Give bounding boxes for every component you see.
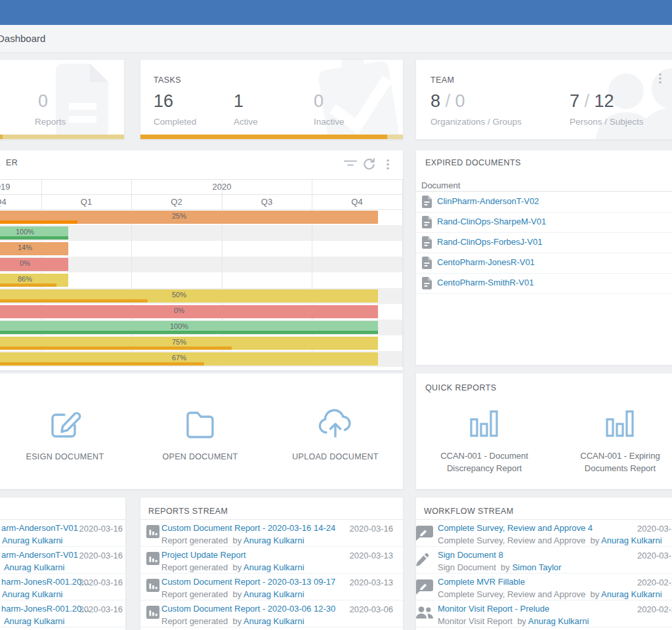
documents-stream-panel: arm-AndersonT-V01Anurag Kulkarni2020-03-…	[0, 497, 126, 630]
stream-author-link[interactable]: Anurag Kulkarni	[601, 589, 662, 599]
upload-document-action[interactable]: UPLOAD DOCUMENT	[283, 373, 388, 490]
quick-report-item[interactable]: CCAN-001 - Document Discrepancy Report	[422, 373, 547, 490]
document-icon	[422, 196, 432, 211]
expired-document-row: Rand-ClinOps-SharpeM-V01	[416, 212, 672, 233]
stream-item-date: 2020-02-2	[637, 578, 672, 587]
expired-documents-title: EXPIRED DOCUMENTS	[425, 158, 521, 167]
report-icon	[146, 579, 159, 595]
stream-item-title-link[interactable]: arm-AndersonT-V01	[1, 550, 78, 560]
report-icon	[146, 552, 159, 568]
stream-item-title-link[interactable]: Custom Document Report - 2020-03-13 09-1…	[161, 577, 335, 587]
gantt-bar-label: 25%	[153, 212, 205, 220]
stream-item-subtitle: Complete Survey, Review and Approve by A…	[438, 589, 662, 599]
document-link[interactable]: CentoPharm-JonesR-V01	[437, 257, 535, 267]
task-stat-label: Completed	[154, 117, 196, 127]
stream-item-date: 2020-03-16	[79, 551, 123, 560]
stream-item-date: 2020-03-13	[350, 551, 394, 560]
gantt-bar-progress	[0, 236, 68, 240]
team-stat-value: 7 / 12	[570, 91, 614, 112]
gantt-bar-label: 75%	[153, 338, 205, 346]
team-stat-label: Persons / Subjects	[570, 117, 644, 127]
quick-report-item[interactable]: CCAN-001 - Expiring Documents Report	[558, 373, 672, 490]
gantt-quarter-header: Q1	[41, 194, 131, 209]
people-icon	[416, 606, 433, 621]
upload-document-icon	[283, 406, 388, 444]
document-link[interactable]: CentoPharm-SmithR-V01	[437, 278, 534, 287]
esign-document-action[interactable]: ESIGN DOCUMENT	[12, 373, 117, 490]
stream-item-title-link[interactable]: arm-AndersonT-V01	[1, 523, 78, 533]
stream-author-link[interactable]: Anurag Kulkarni	[243, 536, 304, 545]
gantt-bar-progress	[0, 331, 378, 334]
stream-item-subtitle: Report generated by Anurag Kulkarni	[161, 589, 304, 599]
stream-item-subtitle: Anurag Kulkarni	[2, 536, 63, 545]
expired-document-row: Rand-ClinOps-ForbesJ-V01	[416, 232, 672, 253]
stream-author-link[interactable]: Anurag Kulkarni	[243, 562, 304, 572]
open-document-action[interactable]: OPEN DOCUMENT	[148, 373, 253, 490]
stream-author-link[interactable]: Anurag Kulkarni	[4, 562, 65, 572]
stream-item-date: 2020-03-1	[637, 524, 672, 534]
breadcrumb-bar: Dashboard	[0, 25, 672, 53]
report-icon	[146, 525, 159, 541]
stream-author-link[interactable]: Simon Taylor	[512, 562, 561, 572]
stream-author-link[interactable]: Anurag Kulkarni	[243, 616, 304, 626]
stream-item-date: 2020-03-16	[79, 578, 123, 587]
tracker-panel: ER 20192020Q4Q1Q2Q3Q425%100%14%0%86%50%0…	[0, 150, 404, 371]
stream-item-title-link[interactable]: Monitor Visit Report - Prelude	[438, 604, 549, 614]
document-link[interactable]: Rand-ClinOps-ForbesJ-V01	[437, 237, 542, 247]
stream-item-subtitle: Complete Survey, Review and Approve by A…	[438, 536, 662, 545]
team-card-menu-button[interactable]	[656, 72, 665, 85]
stream-author-link[interactable]: Anurag Kulkarni	[2, 536, 63, 545]
tasks-card-title: TASKS	[154, 75, 181, 85]
workflow-stream-row: Complete MVR FillableComplete Survey, Re…	[416, 573, 672, 600]
bar-chart-icon	[558, 406, 672, 443]
dashboard-page: Dashboard 0Reports TASKS 16Completed1Act…	[0, 0, 672, 630]
quick-report-label: CCAN-001 - Expiring Documents Report	[558, 450, 672, 474]
stream-item-subtitle: Report generated by Anurag Kulkarni	[161, 562, 304, 572]
reports-progress-bar	[0, 135, 124, 139]
stream-item-title-link[interactable]: Custom Document Report - 2020-03-16 14-2…	[161, 523, 335, 533]
stream-author-link[interactable]: Anurag Kulkarni	[4, 616, 65, 626]
gantt-bar-label: 50%	[153, 291, 205, 299]
gantt-quarter-header: Q2	[131, 194, 222, 209]
action-label: ESIGN DOCUMENT	[12, 451, 117, 463]
stream-item-subtitle: Monitor Visit Report by Anurag Kulkarni	[438, 616, 589, 626]
report-document-ghost-icon	[48, 64, 112, 140]
stream-author-link[interactable]: Anurag Kulkarni	[601, 536, 662, 545]
stream-item-title-link[interactable]: Custom Document Report - 2020-03-06 12-3…	[161, 604, 335, 614]
stream-item-title-link[interactable]: Complete Survey, Review and Approve 4	[438, 523, 593, 533]
stream-item-title-link[interactable]: Project Update Report	[161, 550, 246, 560]
stream-item-title-link[interactable]: Sign Document 8	[438, 550, 503, 560]
reports-stream-panel: REPORTS STREAM Custom Document Report - …	[140, 497, 404, 630]
stream-item-title-link[interactable]: harm-JonesR-001.20…	[1, 577, 90, 587]
document-actions-panel: ESIGN DOCUMENTOPEN DOCUMENTUPLOAD DOCUME…	[0, 373, 404, 490]
expired-documents-panel: EXPIRED DOCUMENTS Document ClinPharm-And…	[415, 150, 672, 366]
document-link[interactable]: Rand-ClinOps-SharpeM-V01	[437, 217, 546, 226]
stream-author-link[interactable]: Anurag Kulkarni	[2, 589, 63, 599]
document-stream-row: arm-AndersonT-V01 Anurag Kulkarni2020-03…	[0, 546, 125, 574]
reports-summary-card: 0Reports	[0, 59, 125, 140]
gantt-chart: 20192020Q4Q1Q2Q3Q425%100%14%0%86%50%0%10…	[0, 150, 404, 371]
reports-count-label: Reports	[35, 117, 66, 127]
expired-document-row: CentoPharm-JonesR-V01	[416, 253, 672, 274]
stream-item-title-link[interactable]: harm-JonesR-001.20…	[1, 604, 90, 614]
stream-author-link[interactable]: Anurag Kulkarni	[528, 616, 589, 626]
stream-item-subtitle: Anurag Kulkarni	[2, 589, 63, 599]
stream-item-date: 2020-03-16	[350, 524, 394, 534]
gantt-bar-progress	[0, 346, 232, 350]
gantt-bar-label: 0%	[5, 259, 45, 267]
gantt-bar-progress	[0, 299, 148, 303]
stream-author-link[interactable]: Anurag Kulkarni	[243, 589, 304, 599]
workflow-stream-row: Complete Survey, Review and Approve 4Com…	[416, 519, 672, 547]
stream-item-title-link[interactable]: Complete MVR Fillable	[438, 577, 525, 587]
quick-report-label: CCAN-001 - Document Discrepancy Report	[422, 450, 547, 474]
document-stream-row: harm-JonesR-001.20… Anurag Kulkarni2020-…	[0, 600, 125, 627]
gantt-bar-label: 0%	[153, 306, 205, 314]
gantt-quarter-header: Q4	[312, 194, 402, 209]
gantt-bar-label: 14%	[5, 243, 45, 251]
gantt-quarter-header: Q4	[0, 194, 41, 209]
gantt-bar-label: 67%	[153, 354, 205, 362]
page-title: Dashboard	[0, 33, 45, 44]
gantt-bar-progress	[0, 220, 77, 224]
document-link[interactable]: ClinPharm-AndersonT-V02	[437, 196, 539, 206]
document-column-header: Document	[421, 180, 460, 190]
